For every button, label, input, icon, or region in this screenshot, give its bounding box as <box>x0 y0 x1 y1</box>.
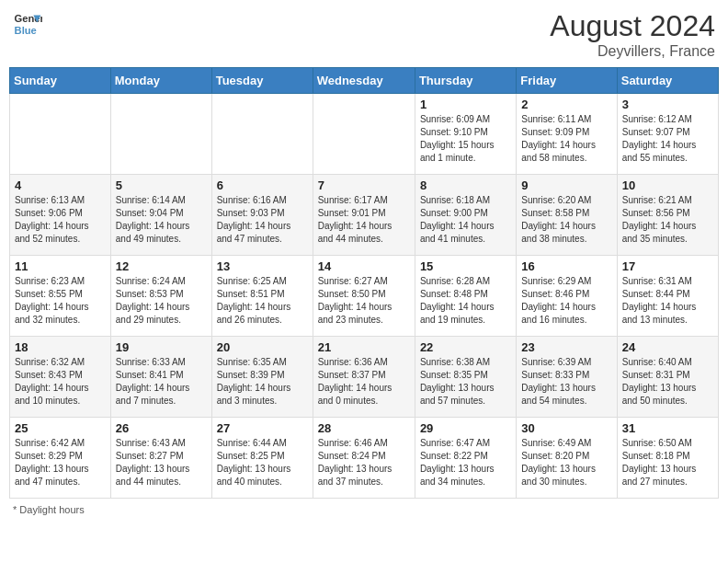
calendar-day-cell: 10Sunrise: 6:21 AM Sunset: 8:56 PM Dayli… <box>617 175 718 256</box>
day-number: 31 <box>622 421 713 435</box>
day-number: 26 <box>116 421 207 435</box>
calendar-day-cell: 14Sunrise: 6:27 AM Sunset: 8:50 PM Dayli… <box>313 256 415 337</box>
calendar-day-cell: 12Sunrise: 6:24 AM Sunset: 8:53 PM Dayli… <box>110 256 211 337</box>
calendar-day-cell: 26Sunrise: 6:43 AM Sunset: 8:27 PM Dayli… <box>110 418 211 499</box>
day-info: Sunrise: 6:20 AM Sunset: 8:58 PM Dayligh… <box>521 194 611 246</box>
day-info: Sunrise: 6:12 AM Sunset: 9:07 PM Dayligh… <box>622 113 713 165</box>
day-info: Sunrise: 6:18 AM Sunset: 9:00 PM Dayligh… <box>420 194 511 246</box>
calendar-day-cell: 8Sunrise: 6:18 AM Sunset: 9:00 PM Daylig… <box>415 175 516 256</box>
calendar-day-cell: 20Sunrise: 6:35 AM Sunset: 8:39 PM Dayli… <box>211 337 313 418</box>
day-info: Sunrise: 6:14 AM Sunset: 9:04 PM Dayligh… <box>116 194 207 246</box>
day-info: Sunrise: 6:44 AM Sunset: 8:25 PM Dayligh… <box>217 437 308 488</box>
month-title: August 2024 <box>550 9 715 43</box>
calendar-day-cell: 5Sunrise: 6:14 AM Sunset: 9:04 PM Daylig… <box>110 175 211 256</box>
day-number: 7 <box>318 178 410 192</box>
day-number: 23 <box>521 340 611 354</box>
calendar-day-header: Thursday <box>415 68 516 94</box>
day-number: 11 <box>15 259 106 273</box>
day-info: Sunrise: 6:32 AM Sunset: 8:43 PM Dayligh… <box>15 356 106 408</box>
daylight-hours-label: Daylight hours <box>19 504 84 515</box>
day-info: Sunrise: 6:31 AM Sunset: 8:44 PM Dayligh… <box>622 275 713 327</box>
day-info: Sunrise: 6:47 AM Sunset: 8:22 PM Dayligh… <box>420 437 511 488</box>
day-number: 9 <box>521 178 611 192</box>
calendar-day-cell: 28Sunrise: 6:46 AM Sunset: 8:24 PM Dayli… <box>313 418 415 499</box>
day-info: Sunrise: 6:46 AM Sunset: 8:24 PM Dayligh… <box>318 437 410 488</box>
calendar-day-cell: 18Sunrise: 6:32 AM Sunset: 8:43 PM Dayli… <box>10 337 111 418</box>
day-number: 3 <box>622 98 713 111</box>
day-number: 6 <box>217 178 308 192</box>
day-info: Sunrise: 6:17 AM Sunset: 9:01 PM Dayligh… <box>318 194 410 246</box>
day-info: Sunrise: 6:43 AM Sunset: 8:27 PM Dayligh… <box>116 437 207 488</box>
day-info: Sunrise: 6:23 AM Sunset: 8:55 PM Dayligh… <box>15 275 106 327</box>
calendar-table: SundayMondayTuesdayWednesdayThursdayFrid… <box>9 67 719 499</box>
day-number: 15 <box>420 259 511 273</box>
day-info: Sunrise: 6:49 AM Sunset: 8:20 PM Dayligh… <box>521 437 611 488</box>
day-info: Sunrise: 6:13 AM Sunset: 9:06 PM Dayligh… <box>15 194 106 246</box>
day-info: Sunrise: 6:39 AM Sunset: 8:33 PM Dayligh… <box>521 356 611 408</box>
day-info: Sunrise: 6:28 AM Sunset: 8:48 PM Dayligh… <box>420 275 511 327</box>
calendar-day-header: Sunday <box>10 68 111 94</box>
calendar-day-cell: 2Sunrise: 6:11 AM Sunset: 9:09 PM Daylig… <box>517 94 617 175</box>
day-info: Sunrise: 6:50 AM Sunset: 8:18 PM Dayligh… <box>622 437 713 488</box>
calendar-day-cell: 3Sunrise: 6:12 AM Sunset: 9:07 PM Daylig… <box>617 94 718 175</box>
day-info: Sunrise: 6:16 AM Sunset: 9:03 PM Dayligh… <box>217 194 308 246</box>
calendar-day-cell: 23Sunrise: 6:39 AM Sunset: 8:33 PM Dayli… <box>517 337 617 418</box>
day-info: Sunrise: 6:29 AM Sunset: 8:46 PM Dayligh… <box>521 275 611 327</box>
calendar-day-cell: 22Sunrise: 6:38 AM Sunset: 8:35 PM Dayli… <box>415 337 516 418</box>
calendar-day-cell: 11Sunrise: 6:23 AM Sunset: 8:55 PM Dayli… <box>10 256 111 337</box>
calendar-day-cell: 4Sunrise: 6:13 AM Sunset: 9:06 PM Daylig… <box>10 175 111 256</box>
day-number: 1 <box>420 98 511 111</box>
logo-icon: General Blue <box>13 9 42 39</box>
calendar-day-header: Tuesday <box>211 68 313 94</box>
calendar-day-cell: 13Sunrise: 6:25 AM Sunset: 8:51 PM Dayli… <box>211 256 313 337</box>
day-number: 5 <box>116 178 207 192</box>
calendar-week-row: 18Sunrise: 6:32 AM Sunset: 8:43 PM Dayli… <box>10 337 719 418</box>
calendar-day-cell: 17Sunrise: 6:31 AM Sunset: 8:44 PM Dayli… <box>617 256 718 337</box>
location-title: Deyvillers, France <box>550 43 715 60</box>
day-info: Sunrise: 6:35 AM Sunset: 8:39 PM Dayligh… <box>217 356 308 408</box>
calendar-week-row: 25Sunrise: 6:42 AM Sunset: 8:29 PM Dayli… <box>10 418 719 499</box>
page-header: General Blue August 2024 Deyvillers, Fra… <box>9 9 719 60</box>
calendar-day-cell: 6Sunrise: 6:16 AM Sunset: 9:03 PM Daylig… <box>211 175 313 256</box>
calendar-day-cell: 19Sunrise: 6:33 AM Sunset: 8:41 PM Dayli… <box>110 337 211 418</box>
title-block: August 2024 Deyvillers, France <box>550 9 715 60</box>
calendar-day-cell: 25Sunrise: 6:42 AM Sunset: 8:29 PM Dayli… <box>10 418 111 499</box>
calendar-day-cell <box>10 94 111 175</box>
calendar-week-row: 4Sunrise: 6:13 AM Sunset: 9:06 PM Daylig… <box>10 175 719 256</box>
day-number: 22 <box>420 340 511 354</box>
calendar-day-cell: 9Sunrise: 6:20 AM Sunset: 8:58 PM Daylig… <box>517 175 617 256</box>
svg-text:Blue: Blue <box>15 25 37 36</box>
calendar-header-row: SundayMondayTuesdayWednesdayThursdayFrid… <box>10 68 719 94</box>
calendar-day-cell <box>211 94 313 175</box>
day-number: 13 <box>217 259 308 273</box>
calendar-day-header: Wednesday <box>313 68 415 94</box>
day-number: 16 <box>521 259 611 273</box>
calendar-day-cell: 31Sunrise: 6:50 AM Sunset: 8:18 PM Dayli… <box>617 418 718 499</box>
day-info: Sunrise: 6:21 AM Sunset: 8:56 PM Dayligh… <box>622 194 713 246</box>
calendar-week-row: 1Sunrise: 6:09 AM Sunset: 9:10 PM Daylig… <box>10 94 719 175</box>
calendar-day-cell: 16Sunrise: 6:29 AM Sunset: 8:46 PM Dayli… <box>517 256 617 337</box>
calendar-day-cell: 29Sunrise: 6:47 AM Sunset: 8:22 PM Dayli… <box>415 418 516 499</box>
calendar-day-cell <box>110 94 211 175</box>
calendar-day-header: Monday <box>110 68 211 94</box>
day-number: 17 <box>622 259 713 273</box>
calendar-day-header: Friday <box>517 68 617 94</box>
day-number: 19 <box>116 340 207 354</box>
day-number: 29 <box>420 421 511 435</box>
calendar-day-cell: 27Sunrise: 6:44 AM Sunset: 8:25 PM Dayli… <box>211 418 313 499</box>
day-number: 2 <box>521 98 611 111</box>
day-info: Sunrise: 6:09 AM Sunset: 9:10 PM Dayligh… <box>420 113 511 165</box>
day-number: 21 <box>318 340 410 354</box>
day-info: Sunrise: 6:33 AM Sunset: 8:41 PM Dayligh… <box>116 356 207 408</box>
day-number: 20 <box>217 340 308 354</box>
day-number: 28 <box>318 421 410 435</box>
day-info: Sunrise: 6:40 AM Sunset: 8:31 PM Dayligh… <box>622 356 713 408</box>
footer-note: * Daylight hours <box>9 504 719 515</box>
day-number: 25 <box>15 421 106 435</box>
calendar-day-cell: 7Sunrise: 6:17 AM Sunset: 9:01 PM Daylig… <box>313 175 415 256</box>
calendar-day-cell: 1Sunrise: 6:09 AM Sunset: 9:10 PM Daylig… <box>415 94 516 175</box>
day-info: Sunrise: 6:11 AM Sunset: 9:09 PM Dayligh… <box>521 113 611 165</box>
day-number: 24 <box>622 340 713 354</box>
day-number: 30 <box>521 421 611 435</box>
calendar-day-cell: 21Sunrise: 6:36 AM Sunset: 8:37 PM Dayli… <box>313 337 415 418</box>
